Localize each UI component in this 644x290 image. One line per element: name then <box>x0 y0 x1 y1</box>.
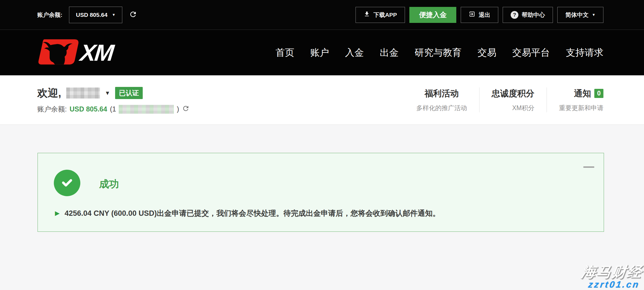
welcome-line2: 账户余额: USD 805.64 (1 ) <box>37 105 190 114</box>
chevron-down-icon: ▼ <box>112 13 115 17</box>
welcome-strip: 欢迎, ▼ 已认证 账户余额: USD 805.64 (1 ) 福利活动 多样化… <box>0 75 644 125</box>
quick-deposit-button[interactable]: 便捷入金 <box>409 7 456 23</box>
refresh-balance-button[interactable] <box>129 10 137 20</box>
nav-item-home[interactable]: 首页 <box>275 46 294 59</box>
logout-icon <box>469 11 475 19</box>
stat-loyalty-title: 忠诚度积分 <box>492 88 534 99</box>
language-label: 简体中文 <box>565 11 589 19</box>
stat-title-row: 福利活动 <box>425 88 459 99</box>
balance-dropdown[interactable]: USD 805.64 ▼ <box>69 7 122 23</box>
notification-count-badge: 0 <box>594 89 603 98</box>
watermark-brand: 海马财经 <box>581 264 643 280</box>
stat-promotions-title: 福利活动 <box>425 88 459 99</box>
stat-notifications[interactable]: 通知 0 重要更新和申请 <box>559 88 603 112</box>
success-title: 成功 <box>99 177 119 191</box>
nav-item-withdraw[interactable]: 出金 <box>380 46 399 59</box>
quick-deposit-label: 便捷入金 <box>419 10 447 19</box>
stat-promotions[interactable]: 福利活动 多样化的推广活动 <box>416 88 467 112</box>
xm-logo-text: XM <box>79 41 114 64</box>
nav-item-research-education[interactable]: 研究与教育 <box>415 46 462 59</box>
main-nav-bar: XM 首页 账户 入金 出金 研究与教育 交易 交易平台 支持请求 <box>0 30 644 75</box>
nav-item-platforms[interactable]: 交易平台 <box>512 46 550 59</box>
success-message-row: ▶ 4256.04 CNY (600.00 USD)出金申请已提交，我们将会尽快… <box>55 208 440 218</box>
topbar-actions: 下载APP 便捷入金 退出 ? 帮助中心 简体中文 ▼ <box>356 7 603 23</box>
nav-menu: 首页 账户 入金 出金 研究与教育 交易 交易平台 支持请求 <box>275 46 603 59</box>
download-app-label: 下载APP <box>373 11 397 19</box>
nav-item-deposit[interactable]: 入金 <box>345 46 364 59</box>
success-alert: 成功 ▶ 4256.04 CNY (600.00 USD)出金申请已提交，我们将… <box>38 153 604 232</box>
stat-promotions-subtitle: 多样化的推广活动 <box>416 104 467 112</box>
welcome-stats: 福利活动 多样化的推广活动 忠诚度积分 XM积分 通知 0 重要更新和申请 <box>416 87 603 112</box>
stat-title-row: 忠诚度积分 <box>492 88 534 99</box>
stat-loyalty-subtitle: XM积分 <box>512 104 535 112</box>
success-message: 4256.04 CNY (600.00 USD)出金申请已提交，我们将会尽快处理… <box>65 208 440 218</box>
success-check-circle <box>54 170 80 196</box>
help-center-button[interactable]: ? 帮助中心 <box>503 7 553 23</box>
logout-label: 退出 <box>479 11 490 19</box>
download-icon <box>364 11 370 19</box>
download-app-button[interactable]: 下载APP <box>356 7 405 23</box>
help-icon: ? <box>511 11 518 19</box>
checkmark-icon <box>59 175 75 191</box>
verified-badge: 已认证 <box>115 87 143 99</box>
stat-loyalty[interactable]: 忠诚度积分 XM积分 <box>492 88 534 112</box>
language-dropdown[interactable]: 简体中文 ▼ <box>557 7 603 23</box>
main-content: 成功 ▶ 4256.04 CNY (600.00 USD)出金申请已提交，我们将… <box>0 125 644 290</box>
user-name-redacted <box>66 87 100 99</box>
welcome-info: 欢迎, ▼ 已认证 账户余额: USD 805.64 (1 ) <box>37 86 190 114</box>
divider <box>547 87 547 112</box>
refresh-account-button[interactable] <box>182 105 190 114</box>
triangle-bullet-icon: ▶ <box>55 210 60 216</box>
topbar-balance-group: 账户余额: USD 805.64 ▼ <box>37 7 137 23</box>
account-number-redacted <box>119 105 174 114</box>
greeting-text: 欢迎, <box>37 86 61 100</box>
account-balance-label: 账户余额: <box>37 105 67 114</box>
top-utility-bar: 账户余额: USD 805.64 ▼ 下载APP 便捷入金 退出 <box>0 0 644 30</box>
balance-label: 账户余额: <box>37 11 62 19</box>
xm-bull-icon <box>37 38 81 68</box>
stat-title-row: 通知 0 <box>574 88 603 99</box>
logout-button[interactable]: 退出 <box>461 7 498 23</box>
collapse-alert-button[interactable] <box>583 166 594 168</box>
nav-item-trading[interactable]: 交易 <box>478 46 496 59</box>
balance-value: USD 805.64 <box>76 12 107 18</box>
account-balance-value: USD 805.64 <box>70 105 107 113</box>
welcome-line1: 欢迎, ▼ 已认证 <box>37 86 190 100</box>
stat-notifications-title: 通知 <box>574 88 591 99</box>
refresh-icon <box>129 10 137 20</box>
stat-notifications-subtitle: 重要更新和申请 <box>559 104 603 112</box>
help-center-label: 帮助中心 <box>522 11 545 19</box>
watermark-url: zzrt01.cn <box>587 280 640 289</box>
account-number-prefix: (1 <box>110 105 116 113</box>
nav-item-account[interactable]: 账户 <box>310 46 329 59</box>
refresh-icon <box>182 105 190 114</box>
account-number-suffix: ) <box>177 105 179 113</box>
xm-logo[interactable]: XM <box>37 38 113 68</box>
chevron-down-icon: ▼ <box>592 13 595 17</box>
nav-item-support[interactable]: 支持请求 <box>566 46 603 59</box>
divider <box>479 87 479 112</box>
chevron-down-icon[interactable]: ▼ <box>105 90 110 96</box>
watermark: 海马财经 zzrt01.cn <box>582 264 642 289</box>
